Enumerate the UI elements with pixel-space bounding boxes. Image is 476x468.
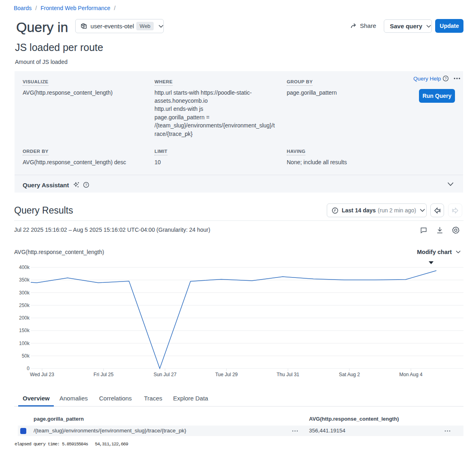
svg-text:150k: 150k — [19, 328, 30, 333]
svg-text:100k: 100k — [19, 341, 30, 346]
svg-text:Fri Jul 25: Fri Jul 25 — [93, 372, 114, 377]
svg-text:200k: 200k — [19, 315, 30, 321]
svg-text:Sat Aug 2: Sat Aug 2 — [339, 372, 360, 377]
svg-text:Sun Jul 27: Sun Jul 27 — [154, 372, 177, 377]
svg-text:Wed Jul 23: Wed Jul 23 — [30, 372, 54, 377]
svg-text:400k: 400k — [19, 265, 30, 270]
svg-text:Tue Jul 29: Tue Jul 29 — [215, 372, 238, 377]
svg-text:?: ? — [445, 76, 447, 80]
svg-text:0: 0 — [27, 366, 30, 371]
svg-text:50k: 50k — [22, 353, 30, 359]
svg-text:350k: 350k — [19, 277, 30, 283]
svg-text:Mon Aug 4: Mon Aug 4 — [399, 372, 423, 377]
svg-text:250k: 250k — [19, 303, 30, 308]
svg-text:?: ? — [85, 183, 87, 187]
svg-text:Thu Jul 31: Thu Jul 31 — [277, 372, 299, 377]
svg-text:300k: 300k — [19, 290, 30, 296]
